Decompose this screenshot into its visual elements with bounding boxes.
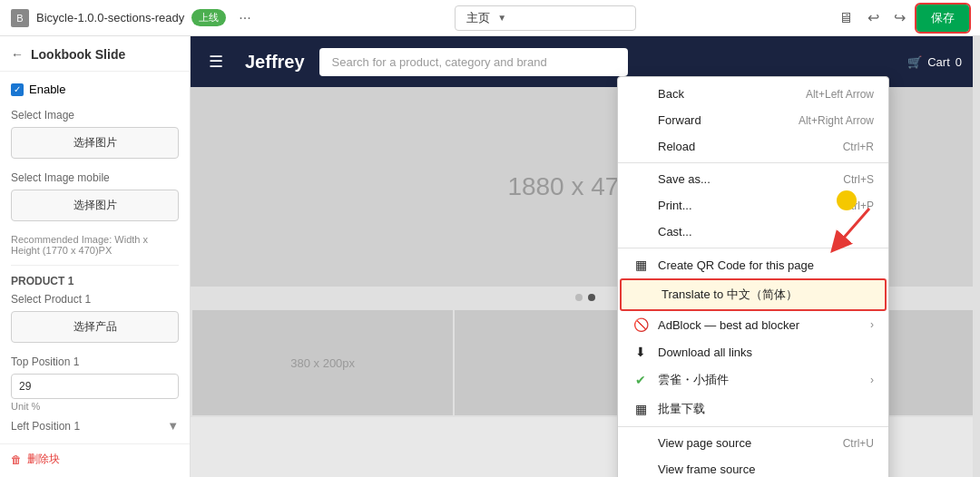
cart-label: Cart (927, 55, 950, 69)
menu-icon-qrcode: ▦ (632, 258, 649, 272)
scrollbar[interactable] (973, 36, 980, 477)
panel-header: ← Lookbook Slide (0, 36, 190, 72)
select-image-mobile-button[interactable]: 选择图片 (11, 190, 179, 221)
menu-label-translate: Translate to 中文（简体） (662, 287, 798, 303)
menu-item-translate[interactable]: Translate to 中文（简体） (620, 278, 887, 311)
menu-shortcut-print: Ctrl+P (843, 200, 874, 212)
hamburger-icon: ☰ (209, 52, 223, 72)
divider-1 (11, 265, 179, 266)
menu-item-back[interactable]: BackAlt+Left Arrow (618, 81, 888, 107)
menu-label-xiaoji: 雲雀・小插件 (658, 372, 729, 388)
menu-shortcut-forward: Alt+Right Arrow (799, 114, 874, 127)
top-position-input[interactable] (11, 374, 179, 399)
product1-label: PRODUCT 1 (11, 275, 179, 287)
canvas-area: ☰ Jeffrey Search for a product, category… (191, 36, 980, 477)
menu-label-reload: Reload (658, 140, 695, 153)
menu-label-cast: Cast... (658, 225, 692, 238)
select-image-label: Select Image (11, 109, 179, 122)
menu-item-print[interactable]: Print...Ctrl+P (618, 192, 888, 219)
menu-label-forward: Forward (658, 113, 701, 127)
menu-label-print: Print... (658, 199, 692, 212)
more-button[interactable]: ··· (233, 8, 256, 28)
menu-label-back: Back (658, 87, 684, 101)
select-image-button[interactable]: 选择图片 (11, 127, 179, 159)
menu-icon-batch_dl: ▦ (632, 402, 649, 416)
menu-icon-xiaoji: ✔ (632, 373, 649, 387)
preview-logo: Jeffrey (245, 52, 305, 73)
enable-checkbox[interactable] (11, 83, 24, 96)
menu-item-qrcode[interactable]: ▦Create QR Code for this page (618, 251, 888, 278)
top-bar-left: B Bicycle-1.0.0-sections-ready 上线 ··· (11, 8, 257, 28)
select-product-button[interactable]: 选择产品 (11, 311, 179, 343)
menu-label-save_as: Save as... (658, 172, 710, 186)
main-layout: ← Lookbook Slide Enable Select Image 选择图… (0, 36, 980, 477)
menu-item-cast[interactable]: Cast... (618, 219, 888, 245)
menu-item-reload[interactable]: ReloadCtrl+R (618, 133, 888, 160)
menu-arrow-adblock: › (870, 318, 874, 331)
menu-item-view_source[interactable]: View page sourceCtrl+U (618, 430, 888, 456)
redo-button[interactable]: ↪ (890, 5, 909, 30)
select-product-label: Select Product 1 (11, 293, 179, 306)
preview-search: Search for a product, category and brand (319, 48, 628, 76)
device-preview-button[interactable]: 🖥 (835, 6, 857, 30)
menu-item-adblock[interactable]: 🚫AdBlock — best ad blocker› (618, 311, 888, 338)
cart-icon: 🛒 (907, 55, 922, 69)
menu-label-download_all: Download all links (658, 346, 752, 359)
top-bar-center: 主页 ▼ (266, 5, 826, 31)
divider2 (618, 248, 888, 248)
menu-label-qrcode: Create QR Code for this page (658, 258, 814, 272)
menu-shortcut-back: Alt+Left Arrow (806, 88, 874, 101)
tab-icon: B (11, 9, 29, 27)
menu-shortcut-reload: Ctrl+R (843, 141, 874, 153)
url-bar[interactable]: 主页 ▼ (455, 5, 636, 31)
trash-icon: 🗑 (11, 453, 22, 466)
save-button[interactable]: 保存 (916, 5, 969, 32)
undo-button[interactable]: ↩ (864, 5, 883, 30)
thumbnail-1: 380 x 200px (192, 310, 453, 415)
left-position-arrow-icon: ▼ (167, 419, 179, 433)
panel-title: Lookbook Slide (31, 47, 125, 62)
menu-item-view_frame[interactable]: View frame source (618, 456, 888, 477)
menu-label-view_source: View page source (658, 436, 751, 450)
menu-shortcut-view_source: Ctrl+U (843, 437, 874, 450)
cart-count: 0 (956, 55, 962, 69)
menu-arrow-xiaoji: › (870, 374, 874, 386)
panel-body: Enable Select Image 选择图片 Select Image mo… (0, 72, 190, 443)
top-position-label: Top Position 1 (11, 355, 179, 368)
menu-item-download_all[interactable]: ⬇Download all links (618, 338, 888, 365)
menu-item-batch_dl[interactable]: ▦批量下载 (618, 394, 888, 423)
select-image-mobile-label: Select Image mobile (11, 171, 179, 184)
site-name: Bicycle-1.0.0-sections-ready (36, 11, 184, 24)
divider3 (618, 426, 888, 427)
left-position-label: Left Position 1 (11, 420, 80, 433)
menu-item-xiaoji[interactable]: ✔雲雀・小插件› (618, 365, 888, 394)
menu-label-view_frame: View frame source (658, 462, 755, 476)
menu-label-batch_dl: 批量下载 (658, 401, 705, 417)
carousel-dot-2[interactable] (588, 294, 595, 301)
top-bar: B Bicycle-1.0.0-sections-ready 上线 ··· 主页… (0, 0, 980, 36)
left-panel: ← Lookbook Slide Enable Select Image 选择图… (0, 36, 191, 477)
enable-label: Enable (29, 83, 65, 96)
menu-shortcut-save_as: Ctrl+S (843, 173, 874, 186)
carousel-dot-1[interactable] (575, 294, 583, 301)
url-text: 主页 (466, 10, 490, 26)
left-position-row: Left Position 1 ▼ (11, 419, 179, 433)
menu-label-adblock: AdBlock — best ad blocker (658, 318, 799, 332)
top-bar-right: 🖥 ↩ ↪ 保存 (835, 5, 969, 32)
preview-cart: 🛒 Cart 0 (907, 55, 962, 69)
unit-label: Unit % (11, 401, 179, 412)
status-badge: 上线 (191, 9, 226, 26)
menu-icon-download_all: ⬇ (632, 345, 649, 359)
chevron-down-icon: ▼ (497, 13, 506, 23)
divider1 (618, 162, 888, 163)
back-arrow-icon[interactable]: ← (11, 47, 24, 62)
menu-item-forward[interactable]: ForwardAlt+Right Arrow (618, 107, 888, 133)
menu-icon-adblock: 🚫 (632, 317, 649, 332)
context-menu: BackAlt+Left ArrowForwardAlt+Right Arrow… (617, 76, 889, 477)
delete-block-button[interactable]: 🗑 删除块 (0, 443, 190, 474)
delete-label: 删除块 (27, 452, 60, 467)
recommended-text: Recommended Image: Width x Height (1770 … (11, 234, 179, 256)
enable-row: Enable (11, 83, 179, 96)
menu-item-save_as[interactable]: Save as...Ctrl+S (618, 166, 888, 192)
